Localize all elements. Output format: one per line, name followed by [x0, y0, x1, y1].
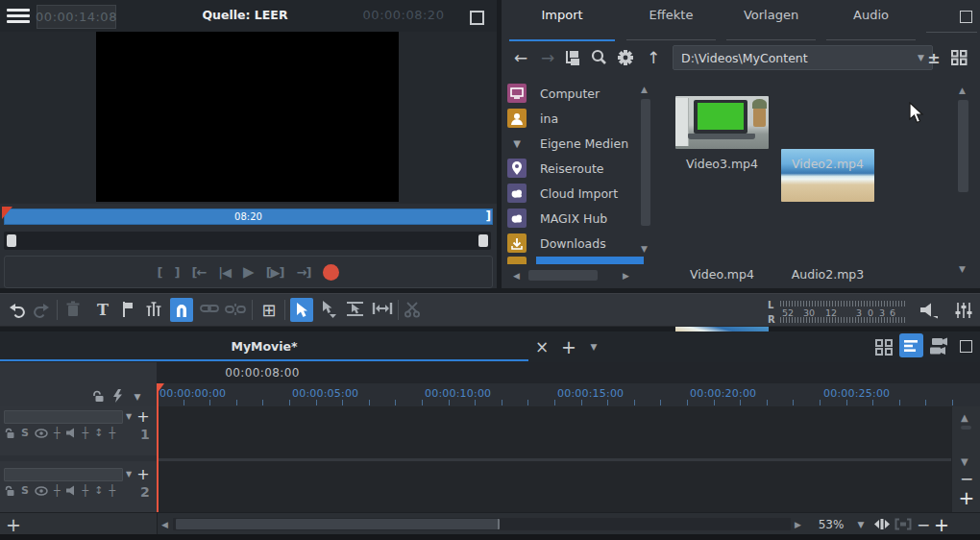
mouse-mode-all-tracks-icon[interactable]: [346, 300, 364, 318]
scissors-icon[interactable]: [404, 301, 422, 318]
scroll-left-icon[interactable]: ◀: [513, 271, 520, 281]
zoom-dropdown-icon[interactable]: ▼: [854, 519, 868, 530]
track-curve-icon[interactable]: ┼: [109, 484, 115, 497]
set-out-button[interactable]: ]: [175, 265, 180, 280]
tab-audio[interactable]: Audio: [826, 0, 916, 40]
playhead-marker[interactable]: [157, 383, 164, 394]
jump-start-button[interactable]: [←: [192, 265, 207, 280]
track-solo-button[interactable]: S: [21, 427, 29, 439]
files-vscroll-thumb[interactable]: [958, 100, 968, 192]
trash-icon[interactable]: [64, 301, 82, 318]
zoom-fit-width-icon[interactable]: [873, 518, 891, 530]
track-add-icon[interactable]: +: [135, 464, 151, 483]
timeline-maximize-button[interactable]: [960, 340, 972, 353]
tree-item-reiseroute[interactable]: Reiseroute: [507, 156, 656, 181]
auto-effects-icon[interactable]: [112, 389, 123, 403]
vertical-zoom-in-icon[interactable]: +: [958, 487, 975, 508]
tree-item-computer[interactable]: Computer: [507, 81, 656, 106]
track-visibility-icon[interactable]: [35, 429, 48, 438]
tree-vscrollbar[interactable]: ▲ ▼: [639, 81, 652, 263]
vertical-zoom-out-icon[interactable]: −: [958, 470, 975, 487]
gear-icon[interactable]: [617, 49, 634, 66]
range-playhead-marker[interactable]: [2, 207, 12, 219]
range-bar[interactable]: 08:20 ]: [4, 209, 493, 225]
track-name-input[interactable]: [4, 468, 123, 481]
title-text-icon[interactable]: T: [93, 300, 112, 320]
timeline-zoom-out-icon[interactable]: −: [915, 513, 932, 535]
tree-item-downloads[interactable]: Downloads: [507, 231, 656, 256]
playhead-line[interactable]: [157, 383, 159, 512]
object-levels-icon[interactable]: [145, 301, 162, 318]
record-button[interactable]: [323, 264, 339, 281]
track-video-fade-icon[interactable]: ┼: [54, 484, 61, 497]
scroll-down-icon[interactable]: ▼: [959, 264, 966, 274]
scroll-up-icon[interactable]: ▲: [641, 85, 648, 94]
track-audio-fade-icon[interactable]: ┼: [83, 427, 89, 439]
range-end-bracket[interactable]: ]: [486, 209, 491, 223]
track-visibility-icon[interactable]: [35, 486, 48, 496]
unlink-icon[interactable]: [225, 302, 246, 317]
import-export-icon[interactable]: ±: [924, 46, 943, 69]
mouse-mode-pointer-icon[interactable]: [290, 298, 313, 322]
timeline-zoom-in-icon[interactable]: +: [932, 513, 951, 535]
tree-item-selected-partial[interactable]: [507, 256, 656, 265]
track-lane-2[interactable]: [157, 461, 951, 512]
play-range-button[interactable]: [▶]: [266, 265, 284, 280]
search-icon[interactable]: [590, 49, 607, 66]
track-height-icon[interactable]: ↕: [94, 484, 103, 497]
zoom-level-label[interactable]: 53%: [813, 518, 849, 531]
add-project-icon[interactable]: +: [559, 335, 578, 358]
folder-tree-icon[interactable]: [563, 49, 580, 66]
scroll-down-icon[interactable]: ▼: [961, 456, 968, 467]
tree-hscroll-thumb[interactable]: [528, 270, 598, 281]
add-track-icon[interactable]: +: [4, 513, 23, 535]
track-vscroll-thumb[interactable]: [961, 426, 971, 430]
mouse-mode-single-icon[interactable]: [320, 300, 337, 318]
scroll-up-icon[interactable]: ▲: [961, 412, 968, 423]
project-tab[interactable]: MyMovie*: [0, 331, 528, 362]
track-solo-button[interactable]: S: [21, 484, 29, 497]
track-curve-icon[interactable]: ┼: [109, 427, 115, 439]
tab-vorlagen[interactable]: Vorlagen: [726, 0, 816, 40]
track-add-icon[interactable]: +: [135, 406, 151, 426]
track-height-icon[interactable]: ↕: [94, 427, 103, 439]
timecode-in-field[interactable]: 00:00:14:08: [37, 5, 116, 29]
path-dropdown-arrow[interactable]: ▼: [918, 53, 924, 62]
path-dropdown[interactable]: D:\Videos\MyContent ▼: [673, 45, 933, 70]
track-lock-icon[interactable]: [4, 485, 15, 497]
prev-frame-button[interactable]: |◀: [218, 265, 231, 280]
stretch-mode-icon[interactable]: [372, 300, 393, 317]
monitor-maximize-button[interactable]: [470, 11, 484, 25]
track-mute-icon[interactable]: [66, 428, 77, 438]
zoom-selection-icon[interactable]: [894, 518, 912, 530]
tree-item-magix-hub[interactable]: MAGIX Hub: [507, 206, 656, 231]
forward-icon[interactable]: →: [538, 46, 557, 69]
timeline-ruler[interactable]: 00:00:00:00 00:00:05:00 00:00:10:00 00:0…: [157, 383, 980, 407]
track-video-fade-icon[interactable]: ┼: [54, 427, 61, 439]
undo-icon[interactable]: [8, 301, 27, 318]
track-audio-fade-icon[interactable]: ┼: [83, 484, 89, 497]
back-icon[interactable]: ←: [511, 46, 530, 69]
track-name-input[interactable]: [4, 410, 123, 424]
tree-item-ina[interactable]: ina: [507, 106, 656, 131]
tree-vscroll-thumb[interactable]: [641, 99, 650, 226]
import-maximize-button[interactable]: [960, 11, 972, 23]
header-dropdown-icon[interactable]: ▼: [131, 391, 144, 403]
close-project-icon[interactable]: ×: [532, 335, 551, 358]
scroll-right-icon[interactable]: ▶: [795, 520, 801, 529]
track-dropdown-icon[interactable]: ▼: [123, 468, 135, 479]
expand-chevron-icon[interactable]: ▼: [507, 134, 527, 153]
tree-item-cloud-import[interactable]: Cloud Import: [507, 181, 656, 206]
parent-folder-icon[interactable]: ↑: [645, 46, 662, 69]
link-icon[interactable]: [200, 302, 219, 315]
tree-hscrollbar[interactable]: ◀ ▶: [507, 269, 640, 282]
scroll-left-icon[interactable]: ◀: [161, 520, 168, 529]
marker-flag-icon[interactable]: [120, 301, 135, 318]
scrub-right-handle[interactable]: [478, 234, 488, 247]
scroll-down-icon[interactable]: ▼: [641, 244, 648, 254]
tab-effekte[interactable]: Effekte: [626, 0, 716, 40]
scrubber-bar[interactable]: [4, 232, 491, 250]
track-dropdown-icon[interactable]: ▼: [123, 410, 135, 422]
thumbnail-view-icon[interactable]: [951, 50, 968, 65]
lock-all-icon[interactable]: [91, 390, 105, 403]
